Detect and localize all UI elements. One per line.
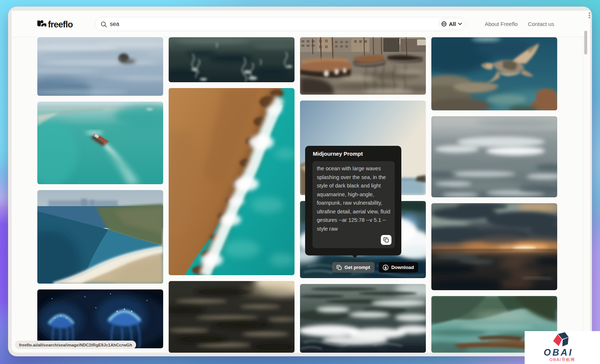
- svg-text:OBAI: OBAI: [544, 347, 573, 357]
